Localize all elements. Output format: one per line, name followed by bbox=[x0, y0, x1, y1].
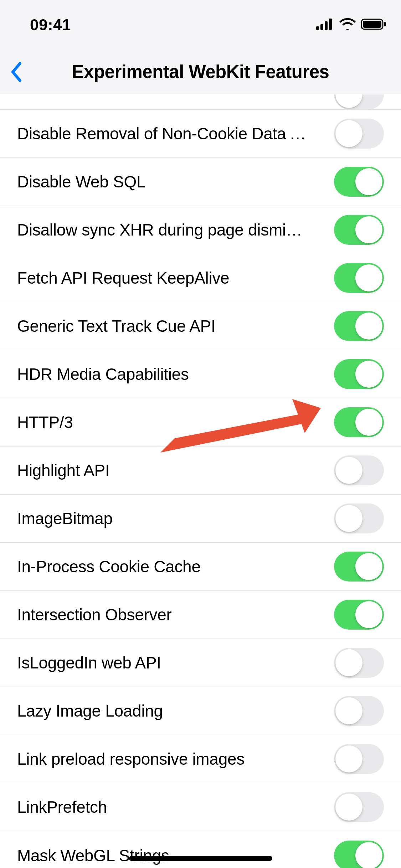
settings-row[interactable]: Lazy Image Loading bbox=[0, 687, 401, 735]
cellular-icon bbox=[316, 19, 334, 31]
row-label: Intersection Observer bbox=[17, 605, 171, 624]
home-indicator[interactable] bbox=[129, 856, 272, 861]
page-title: Experimental WebKit Features bbox=[0, 61, 401, 82]
settings-row[interactable]: Mask WebGL Strings bbox=[0, 831, 401, 868]
toggle-switch[interactable] bbox=[334, 552, 384, 582]
settings-row[interactable]: ImageBitmap bbox=[0, 495, 401, 543]
status-time: 09:41 bbox=[30, 16, 71, 34]
settings-row[interactable]: In-Process Cookie Cache bbox=[0, 543, 401, 591]
toggle-switch[interactable] bbox=[334, 215, 384, 245]
chevron-left-icon bbox=[10, 61, 22, 83]
back-button[interactable] bbox=[7, 58, 25, 86]
svg-rect-1 bbox=[320, 24, 323, 30]
row-label: In-Process Cookie Cache bbox=[17, 557, 201, 576]
svg-rect-2 bbox=[325, 21, 328, 30]
settings-row[interactable]: Generic Text Track Cue API bbox=[0, 302, 401, 350]
navigation-bar: Experimental WebKit Features bbox=[0, 50, 401, 94]
row-label: IsLoggedIn web API bbox=[17, 653, 161, 672]
settings-row[interactable]: HDR Media Capabilities bbox=[0, 350, 401, 398]
row-label: Lazy Image Loading bbox=[17, 701, 163, 720]
toggle-switch[interactable] bbox=[334, 407, 384, 437]
row-label: Disable Removal of Non-Cookie Data Afte.… bbox=[17, 124, 309, 143]
svg-rect-6 bbox=[384, 22, 386, 26]
toggle-switch[interactable] bbox=[334, 94, 384, 109]
row-label: HDR Media Capabilities bbox=[17, 365, 189, 384]
svg-rect-5 bbox=[363, 21, 381, 28]
row-label: Generic Text Track Cue API bbox=[17, 316, 215, 336]
row-label: Disallow sync XHR during page dismissal bbox=[17, 220, 309, 239]
toggle-switch[interactable] bbox=[334, 311, 384, 341]
row-label: ImageBitmap bbox=[17, 509, 113, 528]
row-label: Highlight API bbox=[17, 461, 109, 480]
toggle-switch[interactable] bbox=[334, 119, 384, 149]
settings-row[interactable]: Highlight API bbox=[0, 446, 401, 495]
settings-list: Disable Removal of Non-Cookie Data Afte.… bbox=[0, 94, 401, 868]
settings-row[interactable]: HTTP/3 bbox=[0, 398, 401, 446]
toggle-switch[interactable] bbox=[334, 167, 384, 197]
svg-rect-0 bbox=[316, 26, 319, 30]
toggle-switch[interactable] bbox=[334, 744, 384, 774]
toggle-switch[interactable] bbox=[334, 696, 384, 726]
settings-row[interactable]: Fetch API Request KeepAlive bbox=[0, 254, 401, 302]
row-label: Disable Web SQL bbox=[17, 172, 145, 191]
row-label: Mask WebGL Strings bbox=[17, 846, 169, 865]
row-label: HTTP/3 bbox=[17, 413, 73, 432]
settings-row[interactable]: Link preload responsive images bbox=[0, 735, 401, 783]
svg-rect-3 bbox=[329, 19, 332, 30]
toggle-switch[interactable] bbox=[334, 263, 384, 293]
settings-row-partial bbox=[0, 94, 401, 110]
row-label: LinkPrefetch bbox=[17, 797, 107, 817]
toggle-switch[interactable] bbox=[334, 792, 384, 822]
toggle-switch[interactable] bbox=[334, 600, 384, 630]
row-label: Link preload responsive images bbox=[17, 749, 245, 769]
battery-icon bbox=[361, 19, 387, 31]
toggle-switch[interactable] bbox=[334, 648, 384, 678]
toggle-switch[interactable] bbox=[334, 503, 384, 533]
settings-row[interactable]: Disallow sync XHR during page dismissal bbox=[0, 206, 401, 254]
settings-row[interactable]: IsLoggedIn web API bbox=[0, 639, 401, 687]
settings-row[interactable]: Intersection Observer bbox=[0, 591, 401, 639]
status-bar: 09:41 bbox=[0, 0, 401, 50]
settings-row[interactable]: Disable Removal of Non-Cookie Data Afte.… bbox=[0, 110, 401, 158]
wifi-icon bbox=[339, 18, 356, 32]
toggle-switch[interactable] bbox=[334, 841, 384, 868]
settings-row[interactable]: LinkPrefetch bbox=[0, 783, 401, 831]
settings-row[interactable]: Disable Web SQL bbox=[0, 158, 401, 206]
status-indicators bbox=[316, 18, 387, 32]
toggle-switch[interactable] bbox=[334, 359, 384, 389]
row-label: Fetch API Request KeepAlive bbox=[17, 268, 229, 288]
toggle-switch[interactable] bbox=[334, 455, 384, 485]
